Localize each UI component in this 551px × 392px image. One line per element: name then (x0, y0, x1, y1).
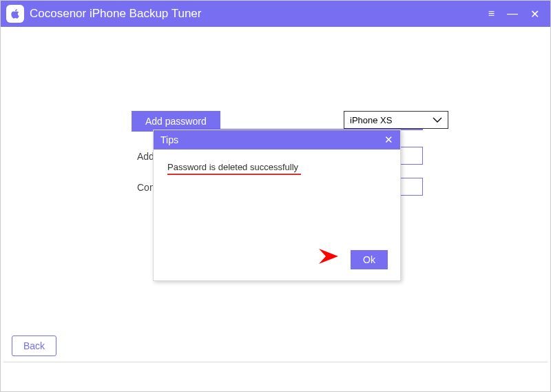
close-button[interactable]: ✕ (530, 8, 539, 21)
app-title: Cocosenor iPhone Backup Tuner (30, 7, 202, 21)
window-controls: ≡ — ✕ (488, 8, 545, 21)
device-selected-label: iPhone XS (350, 115, 392, 125)
device-dropdown[interactable]: iPhone XS (344, 111, 448, 129)
app-window: Cocosenor iPhone Backup Tuner ≡ — ✕ Add … (0, 0, 551, 392)
tips-dialog: Tips ✕ Password is deleted successfully … (153, 130, 401, 281)
minimize-button[interactable]: — (507, 8, 518, 20)
menu-icon[interactable]: ≡ (488, 8, 495, 20)
dialog-title: Tips (160, 134, 178, 145)
dialog-header: Tips ✕ (154, 130, 400, 149)
titlebar: Cocosenor iPhone Backup Tuner ≡ — ✕ (1, 1, 550, 27)
dialog-body: Password is deleted successfully (154, 149, 400, 187)
footer-divider (3, 362, 548, 362)
dialog-message: Password is deleted successfully (167, 162, 301, 175)
chevron-down-icon (433, 115, 442, 125)
app-logo-icon (6, 5, 24, 23)
dialog-close-icon[interactable]: ✕ (384, 134, 393, 146)
content-area: Add password iPhone XS Add pas Confirm T… (1, 27, 550, 364)
ok-button[interactable]: Ok (351, 250, 388, 269)
back-button[interactable]: Back (12, 336, 56, 356)
